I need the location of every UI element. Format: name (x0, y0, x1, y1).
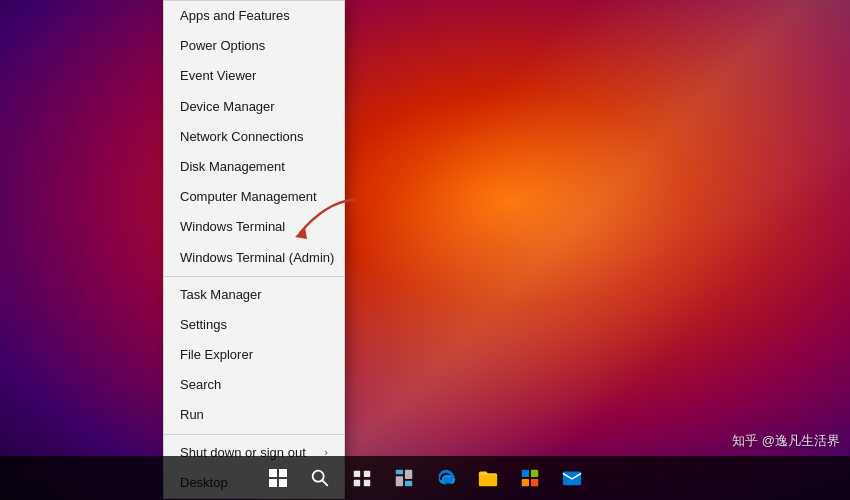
menu-item-search[interactable]: Search (164, 370, 344, 400)
search-taskbar-button[interactable] (300, 458, 340, 498)
menu-divider (164, 276, 344, 277)
svg-rect-10 (405, 481, 412, 487)
menu-item-label-run: Run (180, 406, 204, 424)
taskview-button[interactable] (342, 458, 382, 498)
svg-rect-4 (364, 471, 370, 477)
file-explorer-taskbar-icon (477, 467, 499, 489)
menu-item-settings[interactable]: Settings (164, 310, 344, 340)
svg-rect-11 (479, 473, 497, 486)
edge-button[interactable] (426, 458, 466, 498)
file-explorer-button[interactable] (468, 458, 508, 498)
mail-icon (561, 467, 583, 489)
menu-item-run[interactable]: Run (164, 400, 344, 430)
watermark: 知乎 @逸凡生活界 (732, 432, 840, 450)
widgets-icon (393, 467, 415, 489)
taskbar (0, 456, 850, 500)
menu-item-file-explorer[interactable]: File Explorer (164, 340, 344, 370)
menu-item-task-manager[interactable]: Task Manager (164, 280, 344, 310)
svg-rect-14 (522, 479, 529, 486)
svg-rect-9 (396, 476, 403, 486)
menu-item-apps-features[interactable]: Apps and Features (164, 1, 344, 31)
menu-item-label-search: Search (180, 376, 221, 394)
windows-start-button[interactable] (258, 458, 298, 498)
svg-line-2 (322, 480, 327, 485)
menu-item-event-viewer[interactable]: Event Viewer (164, 61, 344, 91)
menu-divider (164, 434, 344, 435)
taskview-icon (351, 467, 373, 489)
context-menu: Apps and FeaturesPower OptionsEvent View… (163, 0, 345, 499)
svg-rect-8 (405, 470, 412, 479)
menu-item-label-file-explorer: File Explorer (180, 346, 253, 364)
svg-rect-13 (531, 470, 538, 477)
search-taskbar-icon (309, 467, 331, 489)
menu-item-label-computer-management: Computer Management (180, 188, 317, 206)
svg-rect-6 (364, 480, 370, 486)
windows-logo-icon (269, 469, 287, 487)
svg-rect-12 (522, 470, 529, 477)
menu-item-power-options[interactable]: Power Options (164, 31, 344, 61)
menu-item-computer-management[interactable]: Computer Management (164, 182, 344, 212)
menu-item-label-device-manager: Device Manager (180, 98, 275, 116)
store-button[interactable] (510, 458, 550, 498)
menu-item-label-windows-terminal-admin: Windows Terminal (Admin) (180, 249, 334, 267)
menu-item-label-network-connections: Network Connections (180, 128, 304, 146)
edge-icon (435, 467, 457, 489)
store-icon (519, 467, 541, 489)
menu-item-windows-terminal[interactable]: Windows Terminal (164, 212, 344, 242)
menu-item-label-power-options: Power Options (180, 37, 265, 55)
svg-rect-7 (396, 470, 403, 475)
widgets-button[interactable] (384, 458, 424, 498)
svg-rect-5 (354, 480, 360, 486)
menu-item-label-settings: Settings (180, 316, 227, 334)
desktop-background (0, 0, 850, 500)
svg-rect-15 (531, 479, 538, 486)
menu-item-label-task-manager: Task Manager (180, 286, 262, 304)
taskbar-icon-group (258, 458, 592, 498)
menu-item-device-manager[interactable]: Device Manager (164, 92, 344, 122)
menu-item-label-apps-features: Apps and Features (180, 7, 290, 25)
menu-item-label-windows-terminal: Windows Terminal (180, 218, 285, 236)
menu-item-label-disk-management: Disk Management (180, 158, 285, 176)
svg-rect-3 (354, 471, 360, 477)
menu-item-disk-management[interactable]: Disk Management (164, 152, 344, 182)
mail-button[interactable] (552, 458, 592, 498)
menu-item-network-connections[interactable]: Network Connections (164, 122, 344, 152)
menu-item-windows-terminal-admin[interactable]: Windows Terminal (Admin) (164, 243, 344, 273)
menu-item-label-event-viewer: Event Viewer (180, 67, 256, 85)
